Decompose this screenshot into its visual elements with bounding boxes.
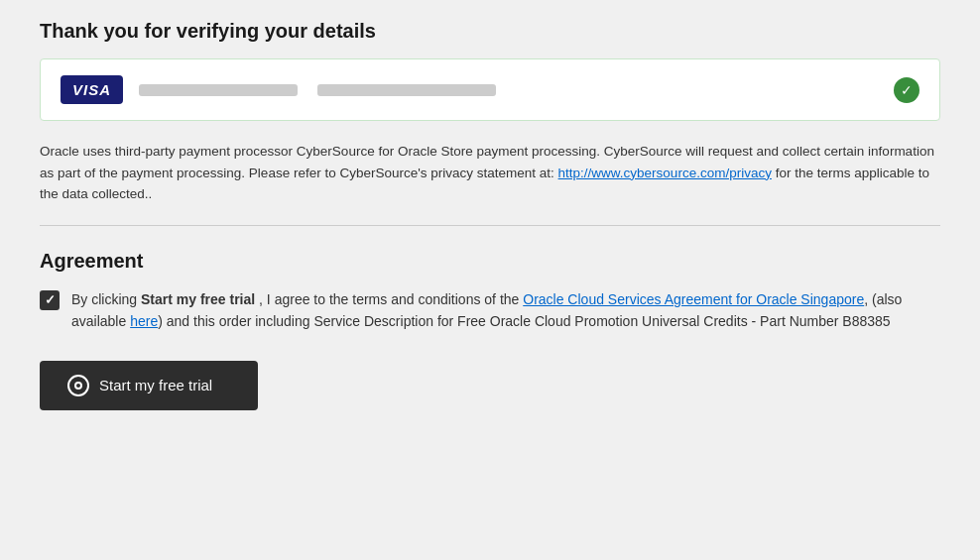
card-details-blurred [317,84,496,96]
agreement-title: Agreement [40,250,940,273]
visa-badge: VISA [61,75,123,104]
bold-cta-text: Start my free trial [141,291,255,307]
button-icon [67,375,89,396]
agreement-checkbox[interactable]: ✓ [40,290,60,310]
card-number-blurred [139,84,298,96]
button-icon-inner [74,382,82,390]
card-blurred-info [139,84,496,96]
oracle-agreement-link[interactable]: Oracle Cloud Services Agreement for Orac… [523,291,864,307]
page-title: Thank you for verifying your details [40,20,940,43]
section-divider [40,225,940,226]
agreement-row: ✓ By clicking Start my free trial , I ag… [40,288,940,333]
card-info-box: VISA ✓ [40,58,940,121]
payment-notice-text: Oracle uses third-party payment processo… [40,141,940,205]
here-link[interactable]: here [130,313,158,329]
checkbox-checkmark: ✓ [45,292,56,307]
cybersource-link[interactable]: http://www.cybersource.com/privacy [558,166,772,180]
card-left: VISA [61,75,496,104]
start-trial-button[interactable]: Start my free trial [40,361,258,410]
agreement-text: By clicking Start my free trial , I agre… [71,288,940,333]
start-trial-label: Start my free trial [99,377,212,393]
verified-check-icon: ✓ [894,77,919,103]
